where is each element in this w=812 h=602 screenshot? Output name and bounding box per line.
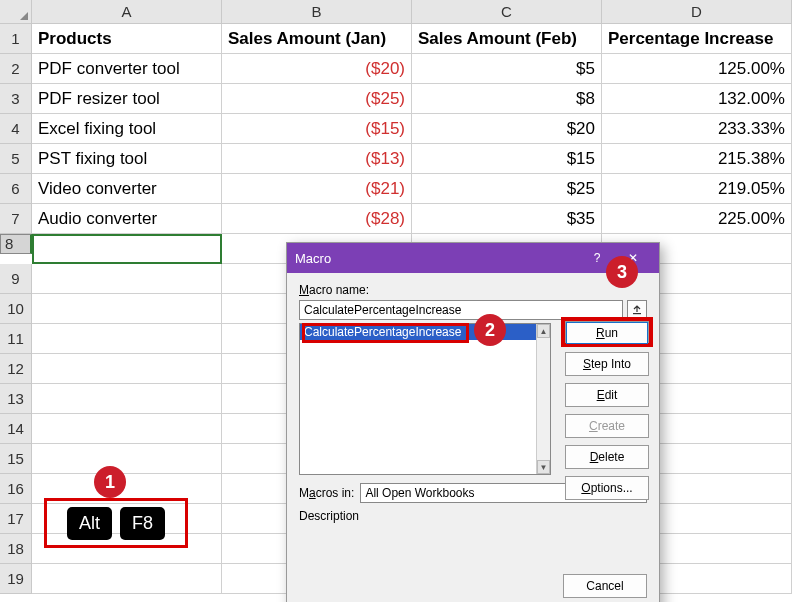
cell[interactable]: PST fixing tool: [32, 144, 222, 174]
cell[interactable]: [32, 384, 222, 414]
row-head[interactable]: 13: [0, 384, 32, 414]
macro-listbox[interactable]: CalculatePercentageIncrease ▲ ▼: [299, 323, 551, 475]
row-head[interactable]: 19: [0, 564, 32, 594]
dialog-title: Macro: [295, 251, 579, 266]
header-cell[interactable]: Percentage Increase: [602, 24, 792, 54]
cell[interactable]: [32, 354, 222, 384]
cell[interactable]: [32, 444, 222, 474]
cell[interactable]: ($15): [222, 114, 412, 144]
cell[interactable]: 233.33%: [602, 114, 792, 144]
header-cell[interactable]: Products: [32, 24, 222, 54]
cell[interactable]: Excel fixing tool: [32, 114, 222, 144]
scroll-down-icon[interactable]: ▼: [537, 460, 550, 474]
create-button: Create: [565, 414, 649, 438]
cell[interactable]: PDF converter tool: [32, 54, 222, 84]
macro-name-label: Macro name:: [299, 283, 647, 297]
options-button[interactable]: Options...: [565, 476, 649, 500]
cell[interactable]: ($25): [222, 84, 412, 114]
active-cell[interactable]: [32, 234, 222, 264]
cell[interactable]: ($20): [222, 54, 412, 84]
annotation-badge-2: 2: [474, 314, 506, 346]
annotation-badge-1: 1: [94, 466, 126, 498]
annotation-badge-3: 3: [606, 256, 638, 288]
cell[interactable]: ($28): [222, 204, 412, 234]
row-head[interactable]: 2: [0, 54, 32, 84]
row-head[interactable]: 5: [0, 144, 32, 174]
cell[interactable]: $35: [412, 204, 602, 234]
row-head[interactable]: 1: [0, 24, 32, 54]
cell[interactable]: [32, 294, 222, 324]
collapse-dialog-icon[interactable]: [627, 300, 647, 320]
cell[interactable]: 219.05%: [602, 174, 792, 204]
col-head-a[interactable]: A: [32, 0, 222, 24]
cell[interactable]: 132.00%: [602, 84, 792, 114]
cell[interactable]: PDF resizer tool: [32, 84, 222, 114]
listbox-scrollbar[interactable]: ▲ ▼: [536, 324, 550, 474]
col-head-c[interactable]: C: [412, 0, 602, 24]
macros-in-value: All Open Workbooks: [365, 486, 474, 500]
cell[interactable]: [32, 264, 222, 294]
cell[interactable]: [32, 324, 222, 354]
row-head[interactable]: 14: [0, 414, 32, 444]
row-head[interactable]: 17: [0, 504, 32, 534]
cancel-button[interactable]: Cancel: [563, 574, 647, 598]
cell[interactable]: Audio converter: [32, 204, 222, 234]
cell[interactable]: $15: [412, 144, 602, 174]
col-head-b[interactable]: B: [222, 0, 412, 24]
svg-rect-0: [633, 313, 641, 314]
description-label: Description: [299, 509, 647, 523]
cell[interactable]: $25: [412, 174, 602, 204]
col-head-d[interactable]: D: [602, 0, 792, 24]
step-into-button[interactable]: Step Into: [565, 352, 649, 376]
row-head[interactable]: 18: [0, 534, 32, 564]
cell[interactable]: Video converter: [32, 174, 222, 204]
row-head[interactable]: 16: [0, 474, 32, 504]
select-all-corner[interactable]: [0, 0, 32, 24]
row-head[interactable]: 3: [0, 84, 32, 114]
description-area: [299, 526, 647, 566]
row-head[interactable]: 8: [0, 234, 32, 254]
scroll-up-icon[interactable]: ▲: [537, 324, 550, 338]
cell[interactable]: 215.38%: [602, 144, 792, 174]
cell[interactable]: [32, 564, 222, 594]
cell[interactable]: [32, 414, 222, 444]
keyboard-shortcut-annotation: Alt F8: [44, 498, 188, 548]
run-button[interactable]: Run: [565, 321, 649, 345]
header-cell[interactable]: Sales Amount (Jan): [222, 24, 412, 54]
header-cell[interactable]: Sales Amount (Feb): [412, 24, 602, 54]
cell[interactable]: ($21): [222, 174, 412, 204]
macro-dialog: Macro ? ✕ Macro name: CalculatePercentag…: [286, 242, 660, 602]
cell[interactable]: $5: [412, 54, 602, 84]
row-head[interactable]: 6: [0, 174, 32, 204]
row-head[interactable]: 9: [0, 264, 32, 294]
cell[interactable]: 125.00%: [602, 54, 792, 84]
delete-button[interactable]: Delete: [565, 445, 649, 469]
dialog-titlebar[interactable]: Macro ? ✕: [287, 243, 659, 273]
macros-in-label: Macros in:: [299, 486, 354, 500]
row-head[interactable]: 12: [0, 354, 32, 384]
key-f8: F8: [120, 507, 165, 540]
cell[interactable]: $20: [412, 114, 602, 144]
key-alt: Alt: [67, 507, 112, 540]
row-head[interactable]: 15: [0, 444, 32, 474]
row-head[interactable]: 10: [0, 294, 32, 324]
row-head[interactable]: 11: [0, 324, 32, 354]
cell[interactable]: $8: [412, 84, 602, 114]
row-head[interactable]: 4: [0, 114, 32, 144]
macro-name-input[interactable]: [299, 300, 623, 320]
cell[interactable]: ($13): [222, 144, 412, 174]
cell[interactable]: 225.00%: [602, 204, 792, 234]
edit-button[interactable]: Edit: [565, 383, 649, 407]
